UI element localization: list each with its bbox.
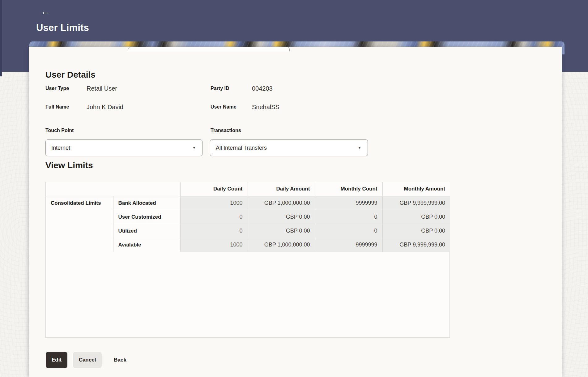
content-card: User Details User Type Retail User Party… bbox=[29, 47, 562, 377]
user-type-label: User Type bbox=[45, 84, 69, 93]
daily-amount-cell: GBP 0.00 bbox=[248, 224, 315, 238]
full-name-label: Full Name bbox=[45, 102, 69, 112]
collapsed-panel-edge bbox=[128, 47, 290, 51]
monthly-amount-cell: GBP 0.00 bbox=[382, 210, 450, 224]
daily-amount-cell: GBP 1,000,000.00 bbox=[248, 196, 315, 210]
daily-amount-cell: GBP 0.00 bbox=[248, 210, 315, 224]
cancel-button[interactable]: Cancel bbox=[73, 352, 102, 368]
view-limits-heading: View Limits bbox=[45, 161, 93, 170]
left-edge-strip bbox=[0, 0, 2, 76]
transactions-select[interactable]: All Internal Transfers ▼ bbox=[210, 139, 368, 156]
limits-header-row: Daily Count Daily Amount Monthly Count M… bbox=[46, 182, 450, 196]
row-label: Bank Allocated bbox=[113, 196, 180, 210]
user-details-row-1: User Type Retail User Party ID 004203 bbox=[29, 84, 562, 93]
monthly-count-cell: 9999999 bbox=[315, 238, 382, 252]
touch-point-selected-value: Internet bbox=[51, 145, 192, 151]
col-header-monthly-amount: Monthly Amount bbox=[382, 182, 450, 196]
row-label: Utilized bbox=[113, 224, 180, 238]
monthly-count-cell: 0 bbox=[315, 210, 382, 224]
party-id-value: 004203 bbox=[252, 84, 273, 93]
monthly-amount-cell: GBP 9,999,999.00 bbox=[382, 238, 450, 252]
chevron-down-icon: ▼ bbox=[192, 146, 196, 150]
daily-count-cell: 0 bbox=[180, 210, 248, 224]
col-header-daily-count: Daily Count bbox=[180, 182, 248, 196]
monthly-count-cell: 9999999 bbox=[315, 196, 382, 210]
user-name-value: SnehalSS bbox=[252, 102, 279, 112]
daily-amount-cell: GBP 1,000,000.00 bbox=[248, 238, 315, 252]
monthly-amount-cell: GBP 0.00 bbox=[382, 224, 450, 238]
daily-count-cell: 0 bbox=[180, 224, 248, 238]
row-label: User Customized bbox=[113, 210, 180, 224]
party-id-label: Party ID bbox=[211, 84, 229, 93]
empty-header-cell bbox=[46, 182, 180, 196]
transactions-label: Transactions bbox=[211, 126, 241, 135]
edit-button[interactable]: Edit bbox=[46, 352, 67, 368]
col-header-daily-amount: Daily Amount bbox=[248, 182, 315, 196]
daily-count-cell: 1000 bbox=[180, 238, 248, 252]
back-button[interactable]: Back bbox=[114, 352, 126, 368]
touch-point-select[interactable]: Internet ▼ bbox=[45, 139, 202, 156]
user-name-label: User Name bbox=[211, 102, 236, 112]
table-row-bank-allocated: Consolidated Limits Bank Allocated 1000 … bbox=[46, 196, 450, 210]
back-arrow-icon[interactable]: ← bbox=[38, 5, 52, 19]
user-type-value: Retail User bbox=[87, 84, 117, 93]
limits-table-container: Daily Count Daily Amount Monthly Count M… bbox=[45, 182, 450, 338]
row-label: Available bbox=[113, 238, 180, 252]
monthly-amount-cell: GBP 9,999,999.00 bbox=[382, 196, 450, 210]
user-details-heading: User Details bbox=[45, 70, 96, 80]
full-name-value: John K David bbox=[87, 102, 123, 112]
group-label-cell: Consolidated Limits bbox=[46, 196, 113, 252]
col-header-monthly-count: Monthly Count bbox=[315, 182, 382, 196]
limits-table: Daily Count Daily Amount Monthly Count M… bbox=[46, 182, 450, 252]
user-details-row-2: Full Name John K David User Name SnehalS… bbox=[29, 102, 562, 112]
page-title: User Limits bbox=[36, 22, 89, 33]
transactions-selected-value: All Internal Transfers bbox=[216, 145, 358, 151]
daily-count-cell: 1000 bbox=[180, 196, 248, 210]
touch-point-label: Touch Point bbox=[45, 126, 74, 135]
monthly-count-cell: 0 bbox=[315, 224, 382, 238]
chevron-down-icon: ▼ bbox=[358, 146, 361, 150]
